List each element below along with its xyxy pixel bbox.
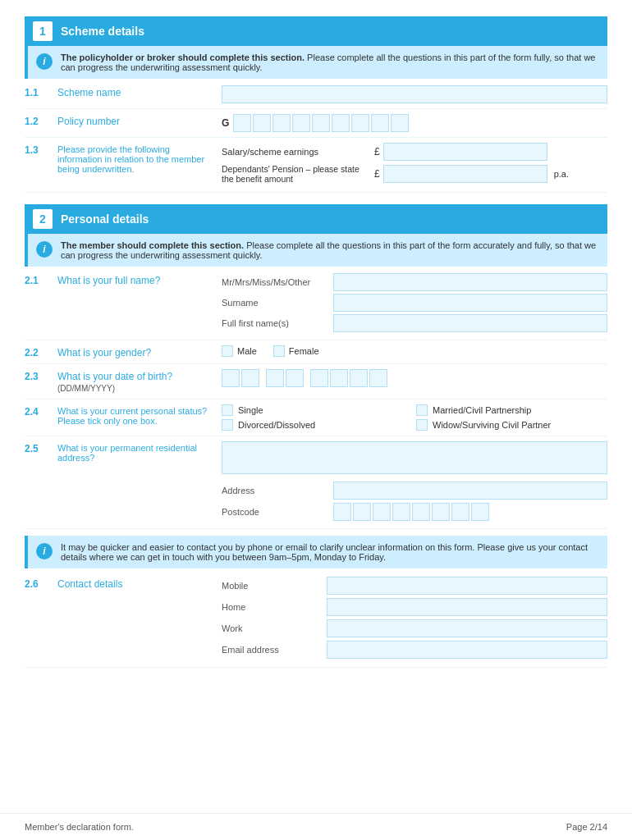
status-divorced-box[interactable] [222,419,233,431]
contact-home-row: Home [222,598,607,616]
contact-work-input[interactable] [327,619,607,637]
field-1-2: 1.2 Policy number G [25,109,607,138]
field-1-2-number: 1.2 [25,114,57,127]
section-2-info-text: The member should complete this section.… [61,240,599,260]
policy-cell-4[interactable] [292,114,310,132]
postcode-row: Postcode [222,503,607,521]
pc-1[interactable] [333,503,351,521]
field-2-6-content: Mobile Home Work Email address [222,577,607,662]
policy-cell-2[interactable] [253,114,271,132]
salary-label: Salary/scheme earnings [222,147,369,157]
contact-home-input[interactable] [327,598,607,616]
field-2-5: 2.5 What is your permanent residential a… [25,436,607,529]
contact-work-row: Work [222,619,607,637]
section-2-header: 2 Personal details [25,204,607,234]
address-street-input[interactable] [333,482,607,500]
dob-m1[interactable] [266,369,284,387]
dependants-label: Dependants' Pension – please state the b… [222,164,369,184]
field-2-1-label: What is your full name? [57,273,222,286]
pc-7[interactable] [451,503,469,521]
policy-cell-3[interactable] [272,114,291,132]
dob-y3[interactable] [350,369,368,387]
field-2-4: 2.4 What is your current personal status… [25,399,607,436]
gender-female[interactable]: Female [273,345,319,357]
field-1-3-number: 1.3 [25,143,57,156]
policy-cell-6[interactable] [332,114,350,132]
field-1-2-content: G [222,114,607,132]
policy-cell-1[interactable] [233,114,251,132]
field-2-4-content: Single Married/Civil Partnership Divorce… [222,404,607,431]
dob-d2[interactable] [241,369,259,387]
dependants-row: Dependants' Pension – please state the b… [222,164,607,184]
dob-y1[interactable] [310,369,328,387]
policy-cell-8[interactable] [371,114,389,132]
section-2-info-bar: i The member should complete this sectio… [25,234,607,267]
contact-info-text: It may be quicker and easier to contact … [61,542,599,562]
field-2-6-label: Contact details [57,577,222,590]
policy-number-boxes: G [222,114,607,132]
contact-mobile-input[interactable] [327,577,607,595]
address-input[interactable] [222,441,607,474]
field-1-2-label: Policy number [57,114,222,127]
dependants-prefix: £ [374,168,380,180]
pc-4[interactable] [392,503,410,521]
field-2-1: 2.1 What is your full name? Mr/Mrs/Miss/… [25,268,607,340]
dob-y2[interactable] [330,369,348,387]
pc-3[interactable] [373,503,391,521]
pc-2[interactable] [353,503,371,521]
pc-5[interactable] [412,503,430,521]
field-1-1-content [222,85,607,103]
section-1-header: 1 Scheme details [25,16,607,46]
firstname-input[interactable] [333,314,607,332]
section-2-number: 2 [33,209,53,229]
gender-male[interactable]: Male [222,345,257,357]
contact-email-label: Email address [222,645,320,655]
status-married-box[interactable] [416,404,428,416]
status-divorced[interactable]: Divorced/Dissolved [222,419,413,431]
section-1: 1 Scheme details i The policyholder or b… [25,16,607,193]
info-icon-1: i [36,53,53,70]
policy-cell-9[interactable] [391,114,409,132]
contact-email-row: Email address [222,641,607,659]
scheme-name-input[interactable] [222,85,607,103]
status-widow-box[interactable] [416,419,428,431]
firstname-row: Full first name(s) [222,314,607,332]
salary-input[interactable] [383,143,547,161]
title-input[interactable] [333,273,607,291]
policy-cell-7[interactable] [351,114,369,132]
dob-d1[interactable] [222,369,240,387]
status-single-label: Single [238,405,263,415]
salary-row: Salary/scheme earnings £ [222,143,607,161]
dependants-input[interactable] [383,165,547,183]
field-2-2-number: 2.2 [25,345,57,358]
status-single-box[interactable] [222,404,233,416]
contact-email-input[interactable] [327,641,607,659]
field-2-5-content: Address Postcode [222,441,607,523]
field-2-5-label: What is your permanent residential addre… [57,441,222,463]
contact-work-label: Work [222,623,320,633]
surname-label: Surname [222,298,328,308]
gender-male-box[interactable] [222,345,233,357]
dob-y4[interactable] [369,369,387,387]
field-2-5-number: 2.5 [25,441,57,454]
contact-home-label: Home [222,602,320,612]
pc-6[interactable] [432,503,450,521]
address-street-label: Address [222,486,328,495]
policy-cell-5[interactable] [312,114,330,132]
status-single[interactable]: Single [222,404,413,416]
field-2-2: 2.2 What is your gender? Male Female [25,340,607,364]
contact-info-bar: i It may be quicker and easier to contac… [25,536,607,568]
surname-input[interactable] [333,294,607,312]
field-1-3-content: Salary/scheme earnings £ Dependants' Pen… [222,143,607,187]
gender-female-box[interactable] [273,345,285,357]
pc-8[interactable] [471,503,489,521]
status-married[interactable]: Married/Civil Partnership [416,404,607,416]
section-2: 2 Personal details i The member should c… [25,204,607,668]
status-widow[interactable]: Widow/Surviving Civil Partner [416,419,607,431]
field-2-3-content [222,369,607,387]
field-2-4-number: 2.4 [25,404,57,418]
status-widow-label: Widow/Surviving Civil Partner [433,420,551,430]
dob-m2[interactable] [286,369,304,387]
gender-female-label: Female [289,346,319,356]
title-label: Mr/Mrs/Miss/Ms/Other [222,277,328,287]
